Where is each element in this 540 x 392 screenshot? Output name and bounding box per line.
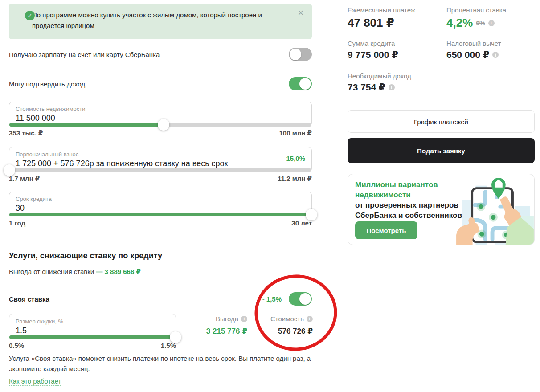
income-toggle-row: Могу подтвердить доход — [9, 76, 312, 92]
initial-payment-range: 1.7 млн ₽ 11.2 млн ₽ — [9, 175, 312, 183]
tax-deduction-group: 650 000 ₽ i — [446, 49, 499, 60]
own-rate-label: Своя ставка — [9, 295, 49, 303]
toggle-knob — [290, 49, 301, 60]
cost-stat-value: 576 726 ₽ — [254, 327, 313, 336]
close-icon[interactable]: × — [295, 7, 307, 19]
own-rate-toggle[interactable] — [289, 292, 312, 306]
discount-size-value[interactable]: 1.5 — [16, 326, 27, 335]
salary-toggle[interactable] — [289, 48, 312, 61]
income-toggle[interactable] — [289, 77, 312, 90]
check-circle-icon: ✓ — [25, 11, 35, 20]
benefit-stat-value: 3 215 776 ₽ — [183, 327, 247, 336]
discount-size-label: Размер скидки, % — [16, 318, 63, 325]
red-circle-annotation — [252, 272, 340, 354]
salary-toggle-label: Получаю зарплату на счёт или карту СберБ… — [9, 51, 160, 58]
how-it-works-link[interactable]: Как это работает — [9, 377, 61, 386]
tax-deduction-label: Налоговый вычет — [446, 40, 501, 47]
loan-term-field[interactable]: Срок кредита 30 — [9, 192, 312, 216]
info-icon[interactable]: i — [307, 316, 313, 322]
promo-subtitle: от проверенных партнеров СберБанка и соб… — [355, 200, 480, 220]
income-toggle-label: Могу подтвердить доход — [9, 80, 85, 88]
loan-amount-value: 9 775 000 ₽ — [348, 49, 398, 60]
range-min: 1.7 млн ₽ — [9, 175, 40, 183]
discount-size-range: 0.5% 1.5% — [9, 342, 176, 349]
initial-payment-label: Первоначальный взнос — [16, 151, 78, 158]
range-max: 1.5% — [161, 342, 176, 349]
promo-card: Миллионы вариантов недвижимости от прове… — [348, 174, 535, 245]
cost-stat-label: Стоимость — [270, 315, 304, 323]
cost-stat: Стоимостьi 576 726 ₽ — [254, 315, 313, 336]
loan-term-value[interactable]: 30 — [16, 204, 25, 213]
range-max: 100 млн ₽ — [279, 129, 312, 137]
benefit-stat-label: Выгода — [216, 315, 238, 323]
toggle-knob — [299, 293, 311, 305]
info-icon[interactable]: i — [241, 316, 247, 322]
interest-rate-label: Процентная ставка — [446, 6, 506, 14]
loan-term-range: 1 год 30 лет — [9, 219, 312, 227]
promo-title: Миллионы вариантов недвижимости — [355, 180, 473, 200]
info-banner: ✓ По программе можно купить участок с жи… — [9, 4, 312, 39]
slider-fill — [9, 213, 311, 216]
services-section-title: Услуги, снижающие ставку по кредиту — [9, 251, 162, 261]
range-max: 11.2 млн ₽ — [278, 175, 312, 183]
range-max: 30 лет — [291, 219, 312, 227]
property-price-range: 353 тыс. ₽ 100 млн ₽ — [9, 129, 312, 137]
mortgage-calculator-page: ✓ По программе можно купить участок с жи… — [0, 0, 540, 392]
property-price-value[interactable]: 11 500 000 — [16, 114, 55, 123]
loan-term-label: Срок кредита — [16, 196, 52, 202]
tax-deduction-value: 650 000 ₽ — [446, 49, 489, 60]
slider-fill — [9, 123, 164, 127]
required-income-label: Необходимый доход — [348, 72, 411, 80]
range-min: 0.5% — [9, 342, 24, 349]
rate-benefit-value: — 3 889 668 ₽ — [96, 268, 141, 275]
rate-benefit-line: Выгода от снижения ставки — 3 889 668 ₽ — [9, 268, 141, 276]
property-price-slider[interactable] — [9, 123, 311, 127]
range-min: 353 тыс. ₽ — [9, 129, 43, 137]
discount-size-slider[interactable] — [9, 335, 176, 339]
initial-payment-slider[interactable] — [9, 168, 311, 172]
divider — [9, 241, 312, 241]
loan-amount-label: Сумма кредита — [348, 40, 395, 47]
required-income-value: 73 754 ₽ — [348, 82, 385, 93]
loan-term-slider[interactable] — [9, 213, 311, 216]
benefit-stat: Выгодаi 3 215 776 ₽ — [183, 315, 247, 336]
interest-rate-group: 4,2% 6% i — [446, 16, 495, 30]
info-icon[interactable]: i — [492, 52, 499, 58]
service-description: Услуга «Своя ставка» поможет снизить пла… — [9, 353, 321, 374]
discount-size-field[interactable]: Размер скидки, % 1.5 — [9, 314, 176, 339]
divider — [9, 69, 312, 69]
info-banner-text: По программе можно купить участок с жилы… — [32, 10, 294, 31]
monthly-payment-label: Ежемесячный платеж — [348, 6, 415, 14]
info-icon[interactable]: i — [488, 20, 495, 26]
monthly-payment-value: 47 801 ₽ — [348, 16, 394, 30]
info-icon[interactable]: i — [389, 84, 395, 90]
property-price-label: Стоимость недвижимости — [16, 106, 85, 112]
salary-toggle-row: Получаю зарплату на счёт или карту СберБ… — [9, 46, 312, 62]
own-rate-discount: - 1,5% — [262, 295, 282, 303]
promo-view-button[interactable]: Посмотреть — [355, 221, 417, 239]
slider-fill — [9, 335, 176, 339]
interest-rate-old-value: 6% — [476, 20, 485, 27]
property-price-field[interactable]: Стоимость недвижимости 11 500 000 — [9, 102, 312, 127]
interest-rate-value: 4,2% — [446, 16, 473, 30]
initial-payment-percent-badge: 15,0% — [286, 155, 305, 162]
rate-benefit-prefix: Выгода от снижения ставки — [9, 268, 94, 275]
initial-payment-field[interactable]: Первоначальный взнос 1 725 000 + 576 726… — [9, 147, 312, 172]
apply-button[interactable]: Подать заявку — [348, 138, 535, 163]
range-min: 1 год — [9, 219, 25, 227]
toggle-knob — [299, 78, 311, 90]
own-rate-row: Своя ставка - 1,5% — [9, 292, 312, 306]
initial-payment-value[interactable]: 1 725 000 + 576 726р за пониженную ставк… — [16, 159, 228, 168]
payment-schedule-button[interactable]: График платежей — [348, 110, 535, 133]
required-income-group: 73 754 ₽ i — [348, 82, 395, 93]
